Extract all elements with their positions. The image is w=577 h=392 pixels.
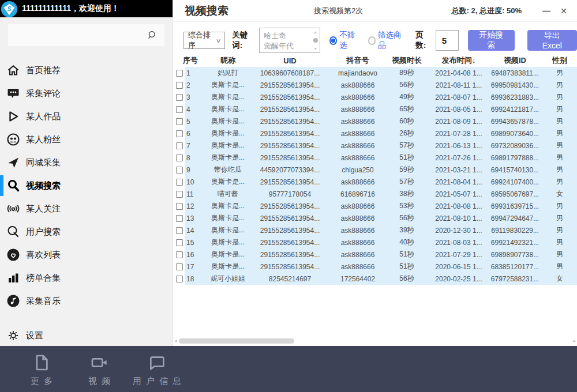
sidebar-menu-item[interactable]: 喜欢列表 [0, 243, 173, 266]
cell-duration: 56秒 [384, 80, 430, 90]
table-body: 1 妈见打 10639607608187... majiandaovo 89秒 … [173, 67, 577, 285]
col-published-sort[interactable]: 发布时间↓ [430, 55, 488, 66]
sort-select[interactable]: 综合排序 ∨ [183, 32, 225, 49]
table-row[interactable]: 9 带你吃瓜 44592077073394... chigua250 59秒 2… [173, 164, 577, 176]
checkbox-cell [173, 67, 185, 79]
close-button[interactable]: ✕ [555, 6, 572, 16]
scroll-left-icon[interactable]: ◂ [174, 338, 177, 344]
scroll-right-icon[interactable]: ▸ [573, 338, 576, 344]
cell-published: 2021-07-29 1... [430, 251, 488, 259]
row-checkbox[interactable] [176, 142, 183, 149]
cell-duration: 65秒 [384, 104, 430, 114]
keyword-input[interactable]: 哈士奇 觉醒年代 ▲ ▼ [259, 28, 320, 53]
keyword-label: 关键词: [232, 30, 256, 51]
table-row[interactable]: 12 奥斯卡是... 29155285613954... ask888666 5… [173, 200, 577, 212]
sidebar-menu-item[interactable]: 同城采集 [0, 151, 173, 174]
table-row[interactable]: 1 妈见打 10639607608187... majiandaovo 89秒 … [173, 67, 577, 79]
row-checkbox[interactable] [176, 179, 183, 186]
row-checkbox[interactable] [176, 276, 183, 282]
bottom-nav-item[interactable]: 用户信息 [128, 346, 186, 392]
table-row[interactable]: 10 奥斯卡是... 29155285613954... ask888666 5… [173, 176, 577, 188]
scroll-up-icon[interactable]: ▲ [313, 30, 317, 34]
cell-videoid: 69947294647... [488, 214, 542, 223]
row-checkbox[interactable] [176, 106, 183, 113]
hscroll-thumb[interactable] [179, 338, 294, 344]
row-checkbox[interactable] [176, 70, 183, 77]
row-checkbox[interactable] [176, 263, 183, 270]
cell-uid: 29155285613954... [248, 263, 332, 271]
horizontal-scrollbar[interactable]: ◂ ▸ [174, 337, 576, 345]
table-row[interactable]: 17 奥斯卡是... 29155285613954... ask888666 5… [173, 261, 577, 273]
export-excel-button[interactable]: 导出Excel [527, 30, 577, 51]
sidebar-search-input[interactable] [8, 24, 164, 46]
row-checkbox[interactable] [176, 251, 183, 258]
row-checkbox[interactable] [176, 239, 183, 246]
sidebar-menu-item[interactable]: 榜单合集 [0, 266, 173, 289]
cell-duration: 51秒 [384, 262, 430, 272]
checkbox-cell [173, 79, 185, 91]
bottom-nav-item[interactable]: 视频 [70, 346, 128, 392]
table-row[interactable]: 4 奥斯卡是... 29155285613954... ask888666 65… [173, 103, 577, 115]
bottom-nav-icon [32, 353, 51, 372]
table-row[interactable]: 15 奥斯卡是... 29155285613954... ask888666 4… [173, 236, 577, 248]
cell-videoid: 69732089036... [488, 142, 542, 150]
row-checkbox[interactable] [176, 191, 183, 198]
start-search-button[interactable]: 开始搜索 [468, 30, 515, 51]
table-row[interactable]: 14 奥斯卡是... 29155285613954... ask888666 3… [173, 224, 577, 236]
table-row[interactable]: 5 奥斯卡是... 29155285613954... ask888666 60… [173, 115, 577, 127]
sidebar-menu-item[interactable]: 采集音乐 [0, 289, 173, 312]
row-checkbox[interactable] [176, 130, 183, 137]
cell-uid: 29155285613954... [248, 202, 332, 210]
filter-radio[interactable]: 筛选商品 [368, 30, 406, 51]
table-row[interactable]: 13 奥斯卡是... 29155285613954... ask888666 5… [173, 212, 577, 224]
row-checkbox[interactable] [176, 203, 183, 210]
cell-serial: 13 [185, 214, 208, 223]
radio-circle-icon[interactable] [329, 36, 338, 45]
sidebar-menu-item[interactable]: 采集评论 [0, 82, 173, 105]
filter-radio[interactable]: 不筛选 [329, 30, 360, 51]
scroll-thumb[interactable] [313, 38, 318, 43]
row-checkbox[interactable] [176, 227, 183, 234]
row-checkbox[interactable] [176, 94, 183, 101]
table-row[interactable]: 11 喵可酱 95777178054 616896716 38秒 2021-05… [173, 188, 577, 200]
radio-circle-icon[interactable] [368, 36, 376, 45]
minimize-button[interactable]: — [538, 6, 555, 16]
row-checkbox[interactable] [176, 118, 183, 125]
sidebar-menu-item[interactable]: 某人粉丝 [0, 128, 173, 151]
menu-item-label: 首页推荐 [26, 65, 61, 76]
cell-gender: 男 [542, 238, 577, 247]
row-checkbox[interactable] [176, 167, 183, 174]
menu-item-label: 某人粉丝 [26, 134, 61, 145]
cell-serial: 4 [185, 105, 208, 114]
sidebar-menu-item[interactable]: 视频搜索 [0, 174, 173, 197]
bottom-nav-item[interactable]: 更多 [13, 346, 70, 392]
row-checkbox[interactable] [176, 154, 183, 161]
table-row[interactable]: 3 奥斯卡是... 29155285613954... ask888666 49… [173, 91, 577, 103]
row-checkbox[interactable] [176, 215, 183, 222]
cell-gender: 男 [542, 225, 577, 235]
row-checkbox[interactable] [176, 82, 183, 89]
menu-item-icon [6, 293, 21, 308]
keyword-scrollbar[interactable]: ▲ ▼ [312, 29, 319, 52]
pages-input[interactable] [436, 30, 459, 51]
cell-serial: 14 [185, 227, 208, 235]
table-row[interactable]: 2 奥斯卡是... 29155285613954... ask888666 56… [173, 79, 577, 91]
table-row[interactable]: 16 奥斯卡是... 29155285613954... ask888666 5… [173, 248, 577, 261]
sidebar-menu-item[interactable]: 某人关注 [0, 197, 173, 220]
scroll-down-icon[interactable]: ▼ [313, 47, 317, 51]
cell-uid: 29155285613954... [248, 105, 332, 114]
table-row[interactable]: 18 妮可小姐姐 82545214697 172564402 56秒 2020-… [173, 273, 577, 285]
cell-nickname: 奥斯卡是... [208, 80, 248, 90]
cell-uid: 29155285613954... [248, 227, 332, 235]
sidebar-menu-item[interactable]: 某人作品 [0, 105, 173, 128]
sidebar-menu-item[interactable]: 用户搜索 [0, 220, 173, 243]
cell-serial: 6 [185, 130, 208, 138]
search-icon[interactable] [147, 30, 158, 40]
sidebar-item-settings[interactable]: 设置 [0, 324, 173, 347]
table-row[interactable]: 7 奥斯卡是... 29155285613954... ask888666 57… [173, 140, 577, 152]
checkbox-cell [173, 152, 185, 164]
sidebar-menu-item[interactable]: 首页推荐 [0, 59, 173, 82]
table-row[interactable]: 6 奥斯卡是... 29155285613954... ask888666 26… [173, 127, 577, 140]
table-row[interactable]: 8 奥斯卡是... 29155285613954... ask888666 51… [173, 152, 577, 164]
cell-gender: 男 [542, 201, 577, 211]
